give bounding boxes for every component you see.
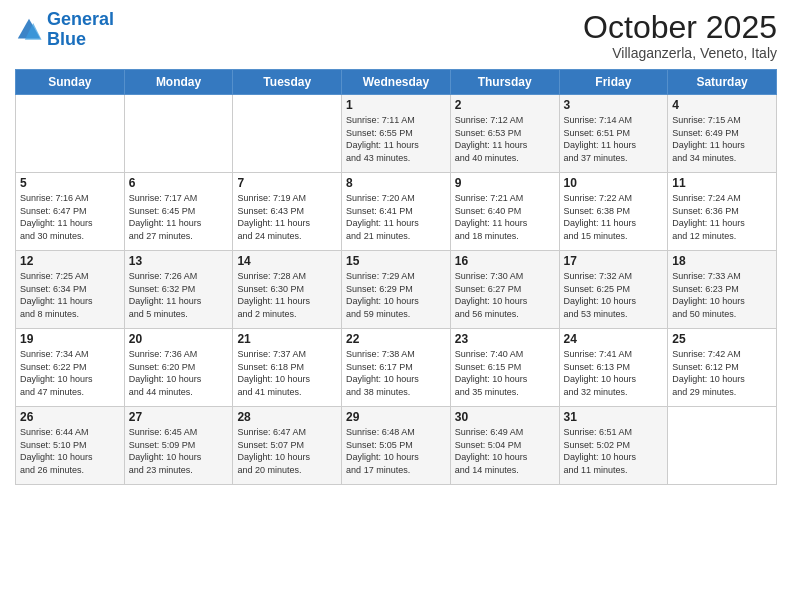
calendar-week-5: 26Sunrise: 6:44 AM Sunset: 5:10 PM Dayli… bbox=[16, 407, 777, 485]
day-number: 22 bbox=[346, 332, 446, 346]
calendar-header-row: Sunday Monday Tuesday Wednesday Thursday… bbox=[16, 70, 777, 95]
day-number: 13 bbox=[129, 254, 229, 268]
col-wednesday: Wednesday bbox=[342, 70, 451, 95]
calendar-cell: 18Sunrise: 7:33 AM Sunset: 6:23 PM Dayli… bbox=[668, 251, 777, 329]
day-number: 14 bbox=[237, 254, 337, 268]
cell-info: Sunrise: 7:16 AM Sunset: 6:47 PM Dayligh… bbox=[20, 192, 120, 242]
calendar-cell: 1Sunrise: 7:11 AM Sunset: 6:55 PM Daylig… bbox=[342, 95, 451, 173]
day-number: 3 bbox=[564, 98, 664, 112]
day-number: 11 bbox=[672, 176, 772, 190]
calendar-cell bbox=[233, 95, 342, 173]
cell-info: Sunrise: 7:34 AM Sunset: 6:22 PM Dayligh… bbox=[20, 348, 120, 398]
calendar-cell: 3Sunrise: 7:14 AM Sunset: 6:51 PM Daylig… bbox=[559, 95, 668, 173]
day-number: 1 bbox=[346, 98, 446, 112]
cell-info: Sunrise: 7:22 AM Sunset: 6:38 PM Dayligh… bbox=[564, 192, 664, 242]
page: General Blue October 2025 Villaganzerla,… bbox=[0, 0, 792, 612]
day-number: 12 bbox=[20, 254, 120, 268]
cell-info: Sunrise: 7:37 AM Sunset: 6:18 PM Dayligh… bbox=[237, 348, 337, 398]
calendar-cell: 23Sunrise: 7:40 AM Sunset: 6:15 PM Dayli… bbox=[450, 329, 559, 407]
calendar-cell: 6Sunrise: 7:17 AM Sunset: 6:45 PM Daylig… bbox=[124, 173, 233, 251]
day-number: 24 bbox=[564, 332, 664, 346]
col-monday: Monday bbox=[124, 70, 233, 95]
calendar-cell: 30Sunrise: 6:49 AM Sunset: 5:04 PM Dayli… bbox=[450, 407, 559, 485]
cell-info: Sunrise: 7:33 AM Sunset: 6:23 PM Dayligh… bbox=[672, 270, 772, 320]
calendar-week-3: 12Sunrise: 7:25 AM Sunset: 6:34 PM Dayli… bbox=[16, 251, 777, 329]
calendar-cell: 4Sunrise: 7:15 AM Sunset: 6:49 PM Daylig… bbox=[668, 95, 777, 173]
day-number: 17 bbox=[564, 254, 664, 268]
cell-info: Sunrise: 7:26 AM Sunset: 6:32 PM Dayligh… bbox=[129, 270, 229, 320]
col-tuesday: Tuesday bbox=[233, 70, 342, 95]
calendar-cell: 16Sunrise: 7:30 AM Sunset: 6:27 PM Dayli… bbox=[450, 251, 559, 329]
calendar-cell: 2Sunrise: 7:12 AM Sunset: 6:53 PM Daylig… bbox=[450, 95, 559, 173]
logo: General Blue bbox=[15, 10, 114, 50]
calendar-cell: 12Sunrise: 7:25 AM Sunset: 6:34 PM Dayli… bbox=[16, 251, 125, 329]
calendar-week-2: 5Sunrise: 7:16 AM Sunset: 6:47 PM Daylig… bbox=[16, 173, 777, 251]
day-number: 26 bbox=[20, 410, 120, 424]
cell-info: Sunrise: 6:45 AM Sunset: 5:09 PM Dayligh… bbox=[129, 426, 229, 476]
day-number: 27 bbox=[129, 410, 229, 424]
calendar-cell: 31Sunrise: 6:51 AM Sunset: 5:02 PM Dayli… bbox=[559, 407, 668, 485]
calendar-cell: 5Sunrise: 7:16 AM Sunset: 6:47 PM Daylig… bbox=[16, 173, 125, 251]
day-number: 18 bbox=[672, 254, 772, 268]
cell-info: Sunrise: 7:32 AM Sunset: 6:25 PM Dayligh… bbox=[564, 270, 664, 320]
title-block: October 2025 Villaganzerla, Veneto, Ital… bbox=[583, 10, 777, 61]
day-number: 4 bbox=[672, 98, 772, 112]
cell-info: Sunrise: 7:12 AM Sunset: 6:53 PM Dayligh… bbox=[455, 114, 555, 164]
day-number: 7 bbox=[237, 176, 337, 190]
day-number: 16 bbox=[455, 254, 555, 268]
cell-info: Sunrise: 7:29 AM Sunset: 6:29 PM Dayligh… bbox=[346, 270, 446, 320]
logo-line2: Blue bbox=[47, 29, 86, 49]
day-number: 9 bbox=[455, 176, 555, 190]
calendar-cell: 8Sunrise: 7:20 AM Sunset: 6:41 PM Daylig… bbox=[342, 173, 451, 251]
calendar-cell: 21Sunrise: 7:37 AM Sunset: 6:18 PM Dayli… bbox=[233, 329, 342, 407]
cell-info: Sunrise: 7:21 AM Sunset: 6:40 PM Dayligh… bbox=[455, 192, 555, 242]
cell-info: Sunrise: 6:48 AM Sunset: 5:05 PM Dayligh… bbox=[346, 426, 446, 476]
col-saturday: Saturday bbox=[668, 70, 777, 95]
calendar-cell: 11Sunrise: 7:24 AM Sunset: 6:36 PM Dayli… bbox=[668, 173, 777, 251]
cell-info: Sunrise: 7:14 AM Sunset: 6:51 PM Dayligh… bbox=[564, 114, 664, 164]
day-number: 30 bbox=[455, 410, 555, 424]
calendar-cell: 7Sunrise: 7:19 AM Sunset: 6:43 PM Daylig… bbox=[233, 173, 342, 251]
cell-info: Sunrise: 6:44 AM Sunset: 5:10 PM Dayligh… bbox=[20, 426, 120, 476]
cell-info: Sunrise: 7:30 AM Sunset: 6:27 PM Dayligh… bbox=[455, 270, 555, 320]
calendar-cell: 29Sunrise: 6:48 AM Sunset: 5:05 PM Dayli… bbox=[342, 407, 451, 485]
cell-info: Sunrise: 7:28 AM Sunset: 6:30 PM Dayligh… bbox=[237, 270, 337, 320]
month-title: October 2025 bbox=[583, 10, 777, 45]
cell-info: Sunrise: 7:24 AM Sunset: 6:36 PM Dayligh… bbox=[672, 192, 772, 242]
cell-info: Sunrise: 7:19 AM Sunset: 6:43 PM Dayligh… bbox=[237, 192, 337, 242]
col-sunday: Sunday bbox=[16, 70, 125, 95]
day-number: 19 bbox=[20, 332, 120, 346]
calendar-cell: 15Sunrise: 7:29 AM Sunset: 6:29 PM Dayli… bbox=[342, 251, 451, 329]
calendar-cell: 22Sunrise: 7:38 AM Sunset: 6:17 PM Dayli… bbox=[342, 329, 451, 407]
calendar-cell: 9Sunrise: 7:21 AM Sunset: 6:40 PM Daylig… bbox=[450, 173, 559, 251]
day-number: 2 bbox=[455, 98, 555, 112]
cell-info: Sunrise: 7:36 AM Sunset: 6:20 PM Dayligh… bbox=[129, 348, 229, 398]
calendar-cell: 19Sunrise: 7:34 AM Sunset: 6:22 PM Dayli… bbox=[16, 329, 125, 407]
col-thursday: Thursday bbox=[450, 70, 559, 95]
day-number: 29 bbox=[346, 410, 446, 424]
cell-info: Sunrise: 7:11 AM Sunset: 6:55 PM Dayligh… bbox=[346, 114, 446, 164]
calendar-cell: 14Sunrise: 7:28 AM Sunset: 6:30 PM Dayli… bbox=[233, 251, 342, 329]
cell-info: Sunrise: 7:40 AM Sunset: 6:15 PM Dayligh… bbox=[455, 348, 555, 398]
calendar-cell: 10Sunrise: 7:22 AM Sunset: 6:38 PM Dayli… bbox=[559, 173, 668, 251]
logo-line1: General bbox=[47, 9, 114, 29]
calendar-cell: 28Sunrise: 6:47 AM Sunset: 5:07 PM Dayli… bbox=[233, 407, 342, 485]
calendar-cell: 20Sunrise: 7:36 AM Sunset: 6:20 PM Dayli… bbox=[124, 329, 233, 407]
calendar-cell: 25Sunrise: 7:42 AM Sunset: 6:12 PM Dayli… bbox=[668, 329, 777, 407]
logo-text: General Blue bbox=[47, 10, 114, 50]
logo-icon bbox=[15, 16, 43, 44]
cell-info: Sunrise: 7:20 AM Sunset: 6:41 PM Dayligh… bbox=[346, 192, 446, 242]
cell-info: Sunrise: 7:41 AM Sunset: 6:13 PM Dayligh… bbox=[564, 348, 664, 398]
calendar-week-1: 1Sunrise: 7:11 AM Sunset: 6:55 PM Daylig… bbox=[16, 95, 777, 173]
day-number: 23 bbox=[455, 332, 555, 346]
day-number: 5 bbox=[20, 176, 120, 190]
day-number: 21 bbox=[237, 332, 337, 346]
header: General Blue October 2025 Villaganzerla,… bbox=[15, 10, 777, 61]
day-number: 10 bbox=[564, 176, 664, 190]
day-number: 25 bbox=[672, 332, 772, 346]
cell-info: Sunrise: 6:47 AM Sunset: 5:07 PM Dayligh… bbox=[237, 426, 337, 476]
calendar-cell: 26Sunrise: 6:44 AM Sunset: 5:10 PM Dayli… bbox=[16, 407, 125, 485]
location: Villaganzerla, Veneto, Italy bbox=[583, 45, 777, 61]
day-number: 6 bbox=[129, 176, 229, 190]
calendar-cell: 24Sunrise: 7:41 AM Sunset: 6:13 PM Dayli… bbox=[559, 329, 668, 407]
